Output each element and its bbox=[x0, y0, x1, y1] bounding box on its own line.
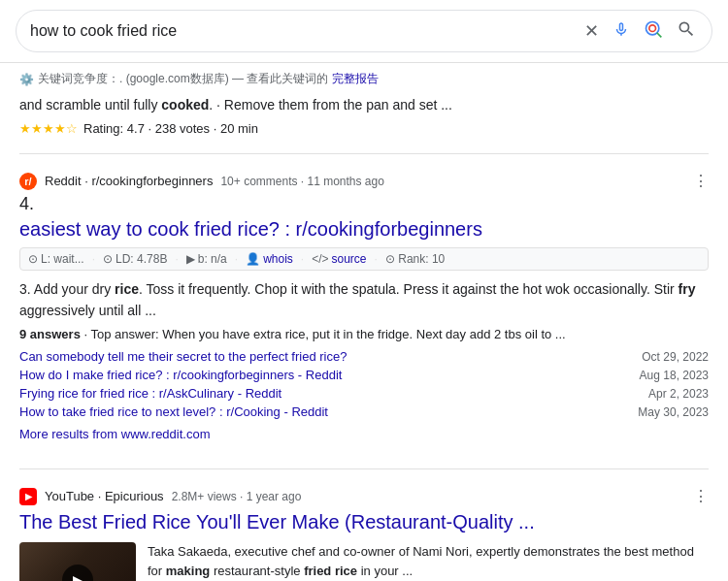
related-link-4: How to take fried rice to next level? : … bbox=[19, 404, 709, 419]
result-4-block: r/ Reddit · r/cookingforbeginners 10+ co… bbox=[19, 162, 709, 461]
video-thumbnail[interactable]: ▶ 9:00 bbox=[19, 542, 136, 581]
keyword-notice-link[interactable]: 完整报告 bbox=[332, 71, 379, 87]
result-youtube-block: ▶ YouTube · Epicurious 2.8M+ views · 1 y… bbox=[19, 477, 709, 581]
main-content: ⚙️ 关键词竞争度：. (google.com数据库) — 查看此关键词的 完整… bbox=[0, 63, 728, 581]
related-link-3: Frying rice for fried rice : r/AskCulina… bbox=[19, 386, 709, 401]
result-4-source-row: r/ Reddit · r/cookingforbeginners 10+ co… bbox=[19, 172, 709, 190]
result-4-related-links: Can somebody tell me their secret to the… bbox=[19, 349, 709, 419]
result-4-source-name: Reddit · r/cookingforbeginners bbox=[45, 174, 213, 188]
divider-1 bbox=[19, 153, 709, 154]
video-block: ▶ 9:00 Taka Sakaeda, executive chef and … bbox=[19, 542, 709, 581]
svg-point-1 bbox=[649, 24, 656, 31]
svg-line-2 bbox=[657, 32, 662, 37]
clear-button[interactable]: ✕ bbox=[582, 18, 601, 44]
metric-l: ⊙ L: wait... bbox=[28, 252, 84, 266]
youtube-source-name: YouTube · Epicurious bbox=[45, 489, 164, 503]
metric-source: </> source bbox=[312, 252, 366, 266]
prev-snippet: and scramble until fully cooked. · Remov… bbox=[19, 91, 709, 117]
youtube-title[interactable]: The Best Fried Rice You'll Ever Make (Re… bbox=[19, 509, 709, 534]
metric-whois: 👤 whois bbox=[246, 252, 293, 266]
search-bar: ✕ bbox=[0, 0, 728, 63]
result-4-answers: 9 answers · Top answer: When you have ex… bbox=[19, 327, 709, 341]
lens-button[interactable] bbox=[642, 17, 665, 46]
result-4-snippet: 3. Add your dry rice. Toss it frequently… bbox=[19, 278, 709, 321]
result-4-metrics: ⊙ L: wait... · ⊙ LD: 4.78B · ▶ b: n/a · … bbox=[19, 247, 709, 271]
result-4-more-button[interactable]: ⋮ bbox=[693, 172, 709, 190]
metric-ld: ⊙ LD: 4.78B bbox=[103, 252, 167, 266]
reddit-icon: r/ bbox=[19, 173, 37, 190]
youtube-source-row: ▶ YouTube · Epicurious 2.8M+ views · 1 y… bbox=[19, 487, 709, 505]
divider-2 bbox=[19, 468, 709, 469]
youtube-icon: ▶ bbox=[19, 488, 37, 505]
keyword-notice-text: 关键词竞争度：. (google.com数据库) — 查看此关键词的 bbox=[38, 71, 328, 87]
rating-text: Rating: 4.7 · 238 votes · 20 min bbox=[83, 121, 258, 136]
result-4-title[interactable]: easiest way to cook fried rice? : r/cook… bbox=[19, 216, 709, 242]
settings-icon: ⚙️ bbox=[19, 73, 34, 86]
search-input-wrapper[interactable]: ✕ bbox=[16, 10, 712, 52]
stars: ★★★★☆ bbox=[19, 121, 78, 136]
result-4-source-meta: 10+ comments · 11 months ago bbox=[220, 175, 383, 188]
metric-rank: ⊙ Rank: 10 bbox=[385, 252, 445, 266]
youtube-source-meta: 2.8M+ views · 1 year ago bbox=[172, 490, 302, 503]
youtube-more-button[interactable]: ⋮ bbox=[693, 487, 709, 505]
search-button[interactable] bbox=[675, 17, 698, 46]
metric-b: ▶ b: n/a bbox=[186, 252, 227, 266]
search-input[interactable] bbox=[30, 22, 582, 40]
related-link-2: How do I make fried rice? : r/cookingfor… bbox=[19, 368, 709, 382]
keyword-notice: ⚙️ 关键词竞争度：. (google.com数据库) — 查看此关键词的 完整… bbox=[19, 63, 709, 91]
more-results-link[interactable]: More results from www.reddit.com bbox=[19, 427, 709, 441]
rating-row: ★★★★☆ Rating: 4.7 · 238 votes · 20 min bbox=[19, 117, 709, 145]
video-snippet: Taka Sakaeda, executive chef and co-owne… bbox=[148, 542, 709, 581]
result-4-number: 4. bbox=[19, 194, 709, 214]
mic-button[interactable] bbox=[611, 18, 632, 45]
related-link-1: Can somebody tell me their secret to the… bbox=[19, 349, 709, 364]
